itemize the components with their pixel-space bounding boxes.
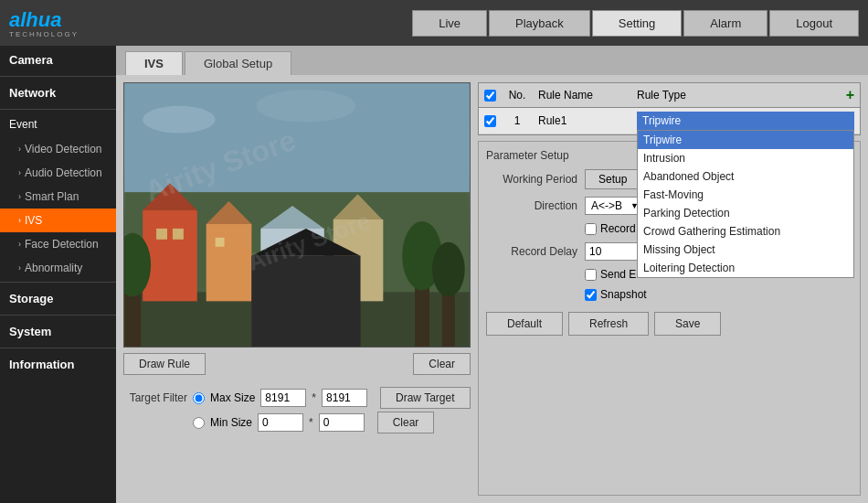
dropdown-list: Tripwire Intrusion Abandoned Object Fast… — [637, 130, 854, 278]
filter-row-max: Target Filter Max Size * Draw Target — [123, 387, 471, 409]
record-label-text: Record — [600, 222, 636, 235]
svg-point-23 — [432, 242, 465, 297]
nav-alarm[interactable]: Alarm — [683, 10, 767, 37]
nav-playback[interactable]: Playback — [489, 10, 590, 37]
sidebar-item-event[interactable]: Event — [0, 112, 116, 137]
row-no: 1 — [503, 114, 531, 127]
sidebar-divider-1 — [0, 76, 116, 77]
dropdown-item-missing[interactable]: Missing Object — [638, 241, 853, 259]
sidebar-item-network[interactable]: Network — [0, 79, 116, 107]
snapshot-row: Snapshot — [486, 288, 852, 301]
max-size-label: Max Size — [210, 391, 255, 404]
min-size-radio[interactable] — [193, 417, 205, 429]
sidebar-item-ivs[interactable]: › IVS — [0, 209, 116, 232]
sidebar-item-abnormality[interactable]: › Abnormality — [0, 256, 116, 280]
snapshot-checkbox[interactable] — [585, 289, 597, 301]
sidebar-item-audio-detection[interactable]: › Audio Detection — [0, 161, 116, 185]
nav-live[interactable]: Live — [412, 10, 487, 37]
nav-logout[interactable]: Logout — [769, 10, 859, 37]
max-width-input[interactable] — [260, 389, 306, 407]
dropdown-item-parking[interactable]: Parking Detection — [638, 204, 853, 222]
direction-label: Direction — [486, 199, 577, 212]
brand-sub: TECHNOLOGY — [9, 30, 79, 38]
sidebar-item-storage[interactable]: Storage — [0, 284, 116, 313]
rule-table: No. Rule Name Rule Type + 1 Rule1 Tripwi… — [478, 82, 861, 135]
direction-select[interactable]: A<->B A->B B->A — [585, 197, 642, 215]
draw-rule-button[interactable]: Draw Rule — [123, 353, 206, 375]
tab-global-setup[interactable]: Global Setup — [185, 51, 291, 75]
right-panel: No. Rule Name Rule Type + 1 Rule1 Tripwi… — [478, 82, 861, 496]
sidebar-label: Video Detection — [25, 143, 102, 155]
min-height-input[interactable] — [319, 413, 365, 432]
svg-rect-16 — [173, 229, 184, 240]
record-checkbox-label[interactable]: Record — [585, 222, 636, 235]
dropdown-item-crowd[interactable]: Crowd Gathering Estimation — [638, 222, 853, 241]
max-size-radio[interactable] — [193, 392, 205, 404]
logo: alhua TECHNOLOGY — [9, 8, 79, 38]
clear-bottom-button[interactable]: Clear — [377, 412, 435, 433]
add-rule-icon[interactable]: + — [846, 87, 854, 103]
svg-rect-7 — [206, 224, 252, 301]
arrow-icon: › — [18, 192, 21, 201]
arrow-icon: › — [18, 168, 21, 177]
row-name: Rule1 — [538, 114, 630, 127]
sidebar-divider-5 — [0, 348, 116, 348]
sidebar-item-face-detection[interactable]: › Face Detection — [0, 232, 116, 256]
arrow-icon: › — [18, 240, 21, 249]
dropdown-item-abandoned[interactable]: Abandoned Object — [638, 167, 853, 186]
col-header-type: Rule Type — [637, 89, 839, 102]
refresh-button[interactable]: Refresh — [568, 312, 649, 336]
target-filter-label: Target Filter — [123, 391, 187, 404]
setup-button[interactable]: Setup — [585, 169, 640, 189]
dropdown-item-fast-moving[interactable]: Fast-Moving — [638, 186, 853, 204]
col-header-name: Rule Name — [538, 89, 630, 102]
video-feed: Airity Store Airity Store — [123, 82, 471, 348]
sidebar-item-video-detection[interactable]: › Video Detection — [0, 137, 116, 161]
nav-setting[interactable]: Setting — [592, 10, 682, 37]
main-layout: Camera Network Event › Video Detection ›… — [0, 46, 868, 503]
snapshot-checkbox-label[interactable]: Snapshot — [585, 288, 647, 301]
nav-buttons: Live Playback Setting Alarm Logout — [412, 10, 859, 37]
sidebar-label: Face Detection — [25, 238, 99, 251]
arrow-icon: › — [18, 144, 21, 154]
dropdown-selected-value[interactable]: Tripwire — [637, 112, 854, 130]
default-button[interactable]: Default — [486, 312, 563, 336]
send-email-checkbox[interactable] — [585, 269, 597, 281]
save-button[interactable]: Save — [654, 312, 721, 336]
dropdown-item-loitering[interactable]: Loitering Detection — [638, 259, 853, 277]
dropdown-item-tripwire[interactable]: Tripwire — [638, 131, 853, 149]
sidebar-divider-4 — [0, 315, 116, 316]
svg-point-1 — [143, 106, 215, 134]
target-filter-section: Target Filter Max Size * Draw Target Min… — [123, 380, 471, 440]
draw-target-button[interactable]: Draw Target — [380, 387, 470, 409]
sidebar-item-information[interactable]: Information — [0, 350, 116, 379]
sidebar-divider-2 — [0, 109, 116, 110]
content-body: Airity Store Airity Store Draw Rule Clea… — [116, 75, 868, 503]
sidebar-item-system[interactable]: System — [0, 317, 116, 346]
clear-top-button[interactable]: Clear — [413, 353, 471, 375]
record-checkbox[interactable] — [585, 223, 597, 235]
row-checkbox[interactable] — [484, 115, 496, 127]
record-delay-label: Record Delay — [486, 245, 577, 258]
min-width-input[interactable] — [258, 413, 303, 432]
sidebar-item-smart-plan[interactable]: › Smart Plan — [0, 185, 116, 209]
table-row: 1 Rule1 Tripwire Tripwire Intrusion Aban… — [479, 108, 860, 134]
svg-rect-5 — [143, 210, 197, 301]
max-height-input[interactable] — [322, 389, 367, 407]
tab-bar: IVS Global Setup — [116, 46, 868, 75]
type-dropdown[interactable]: Tripwire Tripwire Intrusion Abandoned Ob… — [637, 112, 854, 130]
header-checkbox[interactable] — [484, 90, 496, 102]
draw-rule-row: Draw Rule Clear — [123, 353, 471, 375]
record-delay-input[interactable] — [585, 242, 640, 261]
sidebar-divider-3 — [0, 282, 116, 283]
action-buttons: Default Refresh Save — [486, 308, 852, 339]
tab-ivs[interactable]: IVS — [125, 51, 183, 75]
brand-name: alhua — [9, 8, 61, 31]
snapshot-label-text: Snapshot — [600, 288, 647, 301]
sidebar-label: Abnormality — [25, 262, 82, 274]
dropdown-item-intrusion[interactable]: Intrusion — [638, 149, 853, 167]
working-period-label: Working Period — [486, 173, 577, 186]
scene-svg — [124, 83, 470, 347]
sidebar-item-camera[interactable]: Camera — [0, 46, 116, 74]
col-header-no: No. — [503, 89, 531, 102]
